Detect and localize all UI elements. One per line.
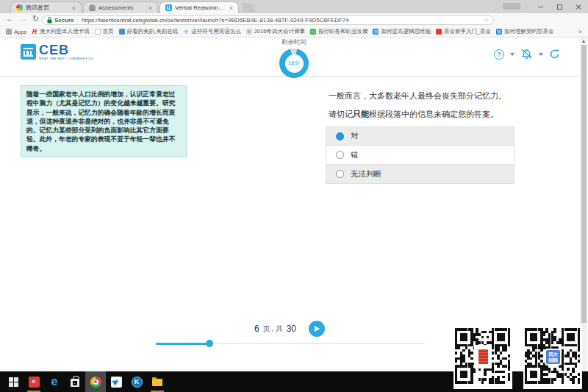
zhihu-favicon-icon: 知 xyxy=(373,29,379,35)
tab-title: Assessments xyxy=(98,4,134,11)
total-pages: 30 xyxy=(287,324,296,334)
bookmark-item[interactable]: 知如何提高逻辑思维能 xyxy=(373,28,431,35)
tab-close-icon[interactable]: × xyxy=(229,4,233,12)
bookmark-star-icon[interactable]: ☆ xyxy=(483,16,489,24)
qr-center-badge: 四大 招聘 xyxy=(545,349,562,366)
qr-code-big4-recruit: 四大 招聘 xyxy=(523,326,582,389)
ceb-tagline: WHAT THE BEST COMPANIES DO xyxy=(39,57,93,60)
red-favicon-icon xyxy=(436,29,442,35)
back-button[interactable]: ← xyxy=(6,14,14,23)
address-bar[interactable]: Secure | https://talentcentral.cebglobal… xyxy=(42,15,494,25)
window-close-button[interactable] xyxy=(569,0,588,13)
test-header: CEB WHAT THE BEST COMPANIES DO 剩余时间 18分 … xyxy=(0,38,579,77)
bookmark-item[interactable]: 基金新手入门_基金 xyxy=(436,28,491,35)
ceb-logo-text: CEB xyxy=(39,44,93,57)
tab-verbal-reasoning[interactable]: Verbal Reasoning test | T × xyxy=(159,1,239,13)
bookmark-item[interactable]: 好看的美剧,美剧在线 xyxy=(119,28,179,35)
tab-title: 腾讯首页 xyxy=(26,4,49,12)
lock-icon xyxy=(47,17,52,24)
bookmark-item[interactable]: 日投行职务和职业发展 xyxy=(310,28,368,35)
page-separator: 页 , 共 xyxy=(263,324,283,334)
chrome-icon xyxy=(90,377,101,388)
minimize-icon xyxy=(538,7,543,7)
tencent-favicon-icon xyxy=(16,4,23,11)
windows-store-icon xyxy=(71,379,79,387)
chevron-down-icon[interactable] xyxy=(510,53,514,56)
reload-button[interactable]: ↻ xyxy=(32,14,39,24)
screen: 腾讯首页 × Assessments × Verbal Reasoning te… xyxy=(0,0,588,392)
zhihu-favicon-icon: 知 xyxy=(496,29,502,35)
progress-slider[interactable] xyxy=(156,343,425,344)
k-app-taskbar-button[interactable]: K xyxy=(126,371,147,392)
windows-logo-icon xyxy=(9,377,18,387)
timer: 剩余时间 18分 xyxy=(269,38,319,78)
bookmark-apps[interactable]: Apps xyxy=(6,29,26,35)
progress-fill xyxy=(156,343,209,345)
reading-passage: 随着一些国家老年人口比例的增加，认识正常衰老过程中脑力（尤其是记忆力）的变化越来… xyxy=(21,85,187,157)
bell-slash-icon[interactable] xyxy=(520,49,533,60)
scrollbar-thumb[interactable] xyxy=(581,45,587,323)
help-icon[interactable]: ? xyxy=(494,49,504,60)
option-true[interactable]: 对 xyxy=(326,126,514,146)
tab-title: Verbal Reasoning test | T xyxy=(175,4,226,11)
bookmarks-overflow-chevron[interactable]: » xyxy=(578,28,582,35)
radio-icon[interactable] xyxy=(336,170,344,178)
new-tab-button[interactable] xyxy=(241,3,256,13)
option-cannot-say[interactable]: 无法判断 xyxy=(326,165,514,184)
radio-icon[interactable] xyxy=(336,151,344,159)
start-button[interactable] xyxy=(3,371,24,392)
ceb-building-icon xyxy=(21,44,36,60)
refresh-icon[interactable] xyxy=(549,49,560,60)
edge-icon: e xyxy=(51,376,58,388)
profile-chip[interactable] xyxy=(503,3,520,10)
chrome-taskbar-button[interactable] xyxy=(85,371,106,392)
question-statement: 一般而言，大多数老年人最终会丧失部分记忆力。 xyxy=(329,90,534,101)
apps-grid-icon xyxy=(6,29,12,35)
maximize-icon xyxy=(557,4,562,10)
file-explorer-taskbar-button[interactable] xyxy=(147,371,168,392)
bookmark-item[interactable]: ✛这些符号用英语怎么 xyxy=(183,28,241,35)
store-taskbar-button[interactable] xyxy=(65,371,85,392)
forward-button[interactable]: → xyxy=(19,14,27,23)
folder-icon xyxy=(152,379,162,386)
question-instruction: 请切记只能根据段落中的信息来确定您的答案。 xyxy=(329,109,534,120)
window-maximize-button[interactable] xyxy=(550,0,569,13)
scroll-up-icon[interactable] xyxy=(582,40,585,43)
tab-close-icon[interactable]: × xyxy=(72,4,76,12)
bookmark-item[interactable]: 知如何理解契约型基金 xyxy=(496,28,554,35)
secure-label: Secure xyxy=(54,17,74,24)
slider-handle[interactable] xyxy=(206,340,213,347)
radio-icon[interactable] xyxy=(336,132,344,140)
ceb-favicon-icon xyxy=(165,4,172,11)
red-app-taskbar-button[interactable]: R xyxy=(24,371,44,392)
thunder-taskbar-button[interactable] xyxy=(106,371,126,392)
test-page: CEB WHAT THE BEST COMPANIES DO 剩余时间 18分 … xyxy=(0,38,588,371)
url-text: https://talentcentral.cebglobal.cn/ce/te… xyxy=(82,17,480,24)
option-label: 无法判断 xyxy=(351,169,381,179)
next-page-button[interactable] xyxy=(309,321,325,337)
secure-badge: Secure xyxy=(47,17,74,24)
ceb-logo: CEB WHAT THE BEST COMPANIES DO xyxy=(21,44,93,60)
tab-assessments[interactable]: Assessments × xyxy=(83,1,158,13)
option-label: 错 xyxy=(351,150,359,160)
tab-tencent[interactable]: 腾讯首页 × xyxy=(10,1,82,13)
tab-close-icon[interactable]: × xyxy=(148,4,152,12)
red-app-icon: R xyxy=(29,377,40,388)
bookmark-item[interactable]: R澳大利亚出入境卡填 xyxy=(32,28,90,35)
option-false[interactable]: 错 xyxy=(326,146,514,165)
timer-label: 剩余时间 xyxy=(269,38,319,47)
chevron-down-icon[interactable] xyxy=(539,53,543,56)
edge-taskbar-button[interactable]: e xyxy=(44,371,65,392)
page-scrollbar[interactable] xyxy=(580,38,587,371)
coin-favicon-icon: € xyxy=(246,29,252,35)
green-favicon-icon: 日 xyxy=(310,29,316,35)
bookmark-item[interactable]: €2016年四大会计师事 xyxy=(246,28,305,35)
blue-favicon-icon xyxy=(119,29,125,35)
window-minimize-button[interactable] xyxy=(531,0,550,13)
bulb-favicon-icon xyxy=(89,4,96,11)
red-seal-icon xyxy=(478,349,488,364)
bookmarks-bar: Apps R澳大利亚出入境卡填 首页 好看的美剧,美剧在线 ✛这些符号用英语怎么… xyxy=(0,26,588,38)
bookmark-item[interactable]: 首页 xyxy=(95,28,114,35)
play-icon xyxy=(315,326,320,332)
qr-code-wechat-seal xyxy=(453,326,512,389)
